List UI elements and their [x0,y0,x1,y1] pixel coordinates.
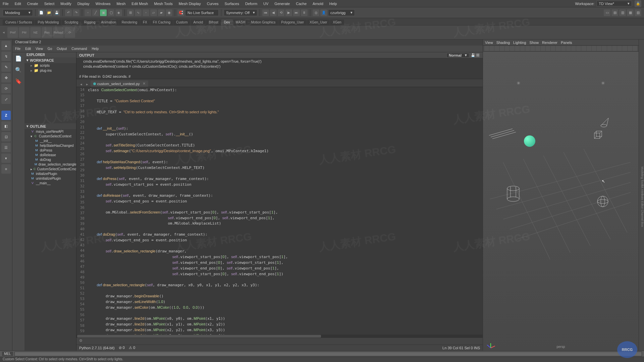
menu-curves[interactable]: Curves [207,2,219,6]
shelf-tab-sculpting[interactable]: Sculpting [62,19,81,25]
outline-doDrag[interactable]: M doDrag [24,157,76,162]
shelf-tab-rendering[interactable]: Rendering [119,19,140,25]
shelf-tab-xgen-user[interactable]: XGen_User [307,19,330,25]
vp-tool-24[interactable] [607,46,612,51]
layout-3[interactable]: ▥ [619,9,626,16]
vp-tool-17[interactable] [571,46,576,51]
time-step-back[interactable]: ◀ [270,9,277,16]
layout-2[interactable]: ▤ [611,9,618,16]
live-magnet-icon[interactable]: 🧲 [177,9,184,16]
menu-arnold[interactable]: Arnold [313,2,323,6]
vp-tool-18[interactable] [576,46,581,51]
outline-initializePlugin[interactable]: M initializePlugin [24,171,76,176]
shelf-tab-poly-modeling[interactable]: Poly Modeling [35,19,61,25]
tb-redo[interactable]: ↷ [73,9,79,16]
live-surface[interactable]: No Live Surface [185,9,219,16]
vp-tool-8[interactable] [525,46,530,51]
menu-edit[interactable]: Edit [15,2,21,6]
select-tool[interactable]: ▲ [1,41,11,50]
menu-mesh-display[interactable]: Mesh Display [179,2,201,6]
vp-tool-9[interactable] [530,46,535,51]
editor-menu-go[interactable]: Go [48,47,52,51]
vp-tool-4[interactable] [505,46,509,51]
menu-uv[interactable]: UV [263,2,268,6]
time-scrub[interactable]: ⟲ [278,9,284,16]
menu-generate[interactable]: Generate [274,2,290,6]
vp-tool-28[interactable] [628,46,632,51]
editor-menu-view[interactable]: View [36,47,43,51]
menu-help[interactable]: Help [329,2,337,6]
shelf-tab-animation[interactable]: Animation [98,19,118,25]
user-field[interactable]: czurbrigg▾ [328,9,355,16]
outline-helpStateHasChanged[interactable]: M helpStateHasChanged [24,143,76,148]
sel-face[interactable]: ▣ [100,9,107,16]
vp-tool-22[interactable] [597,46,601,51]
render-icon[interactable]: ◎ [313,9,319,16]
h-scrollbar[interactable] [76,335,483,338]
layout-1[interactable]: ▭ [604,9,610,16]
shelf-icon-pm[interactable]: PM [19,27,30,38]
tree-folder-plug-ins[interactable]: ▸ 📁 plug-ins [24,68,76,73]
shelf-tab-xgen[interactable]: XGen [330,19,344,25]
vp-tool-5[interactable] [510,46,515,51]
tab-fwd[interactable]: ▸ [85,81,90,87]
tb-undo[interactable]: ↶ [65,9,72,16]
symmetry[interactable]: Symmetry: Off▾ [224,9,257,16]
sel-obj[interactable]: ▢ [108,9,114,16]
menu-display[interactable]: Display [77,2,90,6]
shelf-tab-bifrost[interactable]: Bifrost [206,19,221,25]
vp-menu-panels[interactable]: Panels [561,41,572,45]
menu-create[interactable]: Create [27,2,38,6]
vp-tool-27[interactable] [622,46,627,51]
outline-doPress[interactable]: M doPress [24,148,76,153]
menu-mesh-tools[interactable]: Mesh Tools [154,2,172,6]
shelf-tab-mash[interactable]: MASH [233,19,248,25]
time-pause[interactable]: ⏸ [301,9,308,16]
vp-menu-show[interactable]: Show [530,41,539,45]
vp-menu-renderer[interactable]: Renderer [542,41,557,45]
shelf-tab-motion-graphics[interactable]: Motion Graphics [248,19,278,25]
vp-tool-29[interactable] [633,46,637,51]
menu-surfaces[interactable]: Surfaces [225,2,239,6]
lasso-tool[interactable]: ↯ [1,52,11,61]
shelf-icon-ne[interactable]: NE [30,27,41,38]
sel-vert[interactable]: ▫ [85,9,91,16]
move-tool[interactable]: ✥ [1,73,11,82]
right-sidebar[interactable]: Modeling Toolkit Attribute Editor Channe… [639,40,644,351]
vp-tool-12[interactable] [546,46,550,51]
outline-__main__[interactable]: V __main__ [24,181,76,185]
tb-open[interactable]: 📁 [46,9,52,16]
code-editor[interactable]: 14 15 16 17 18 19 20 21 22 23 24 25 26 2… [76,87,483,335]
scale-tool[interactable]: ⤢ [1,95,11,104]
menu-mesh[interactable]: Mesh [116,2,125,6]
shelf-icon-⟳[interactable]: ⟳ [64,27,75,38]
vp-tool-7[interactable] [520,46,525,51]
tool-1[interactable]: ◧ [1,121,11,131]
snap-plane[interactable]: ▱ [150,9,157,16]
sel-edge[interactable]: ╱ [92,9,99,16]
shelf-tab-fx-caching[interactable]: FX Caching [150,19,173,25]
mode-select[interactable]: Modeling▾ [3,9,33,16]
editor-menu-file[interactable]: File [15,47,20,51]
viewport[interactable]: ✳ ✳ ↖ persp [483,52,639,351]
outline-uninitializePlugin[interactable]: M uninitializePlugin [24,176,76,181]
outline-CustomSelectContextCmd[interactable]: ▸ C CustomSelectContextCmd [24,167,76,171]
vp-tool-26[interactable] [617,46,622,51]
tool-5[interactable]: ≡ [1,164,11,174]
explorer-search-icon[interactable]: 🔍 [14,66,22,74]
sel-uv[interactable]: ◈ [115,9,122,16]
menu-deform[interactable]: Deform [245,2,257,6]
workspace-section[interactable]: ▾WORKSPACE [24,57,76,63]
outline-doRelease[interactable]: M doRelease [24,153,76,157]
layout-5[interactable]: ▧ [635,9,641,16]
menu-modify[interactable]: Modify [60,2,71,6]
time-step-fwd[interactable]: ⏭ [293,9,300,16]
editor-menu-edit[interactable]: Edit [25,47,31,51]
tool-4[interactable]: ▾ [1,154,11,163]
vp-tool-11[interactable] [541,46,545,51]
vp-tool-13[interactable] [551,46,555,51]
tool-2[interactable]: ⊡ [1,132,11,141]
editor-menu-help[interactable]: Help [92,47,99,51]
editor-menu-output[interactable]: Output [57,47,67,51]
vp-tool-19[interactable] [581,46,586,51]
